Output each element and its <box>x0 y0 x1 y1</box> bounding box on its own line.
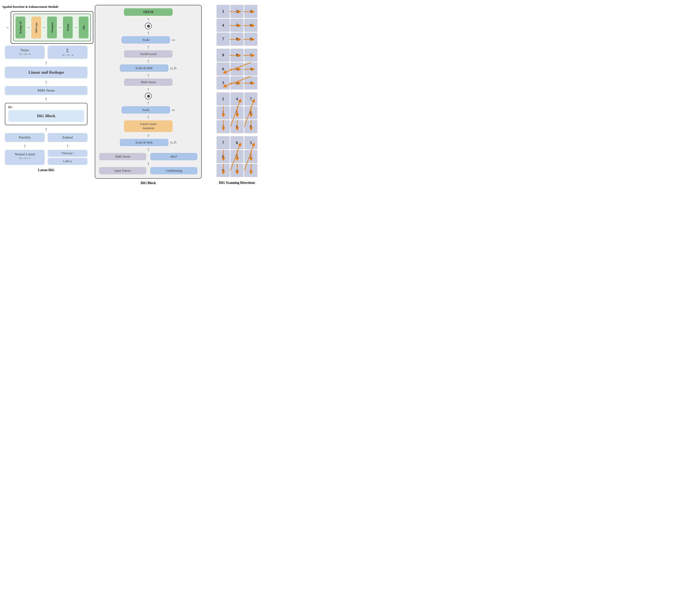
scan-grid-2-wrapper: 9 8 7 6 5 4 3 2 1 <box>216 49 257 90</box>
arrow-up-noised: ↑ <box>24 143 26 148</box>
srem-flatten: Flatten <box>63 16 73 38</box>
patchify-box: Patchify <box>5 133 45 142</box>
srem-top-box: SREM <box>124 8 173 16</box>
input-cond-row: Input Tokens Conditioning <box>99 167 197 174</box>
label-y-box: Label y <box>48 158 88 165</box>
arrow-in: → <box>5 25 9 30</box>
cell3-1-3: 7 <box>244 92 257 105</box>
scan-grid-2: 9 8 7 6 5 4 3 2 1 <box>216 49 257 90</box>
cell4-1-1: 7 <box>216 136 230 149</box>
cell3-3-3: 9 <box>244 120 257 133</box>
dig-block-detail: SREM ↑ ⊕ ↑ Scale α₂ ↑ Feedforward ↑ Scal… <box>95 5 202 179</box>
cell3-3-1: 3 <box>216 120 230 133</box>
arrow-up-patchify: ↑ <box>45 127 48 132</box>
cell4-3-1: 9 <box>216 164 230 177</box>
noised-timestep-row: Noised Latent 32 × 32 × 4 Timestep t Lab… <box>5 150 88 165</box>
cell2-3-3: 1 <box>244 76 257 90</box>
circle-plus-top: ⊕ <box>145 23 152 29</box>
scale-top-box: Scale <box>121 36 170 43</box>
embed-box: Embed <box>48 133 88 142</box>
cell2-2-1: 6 <box>216 63 230 76</box>
cell4-2-3: 2 <box>244 150 257 163</box>
srem-reshape2d: Reshape 2D <box>15 16 25 38</box>
cell2-1-3: 7 <box>244 49 257 62</box>
srem-flip: Flip <box>79 16 89 38</box>
m-arrow10: ↑ <box>147 147 149 152</box>
m-arrow4: ↑ <box>147 58 149 64</box>
rms-norm-bot: RMS Norm <box>99 153 146 160</box>
input-tokens-box: Input Tokens <box>99 167 146 174</box>
rms-norm-box: RMS Norm <box>5 86 88 95</box>
cell3-1-1: 1 <box>216 92 230 105</box>
middle-panel: SREM ↑ ⊕ ↑ Scale α₂ ↑ Feedforward ↑ Scal… <box>92 5 204 185</box>
cell3-2-1: 2 <box>216 106 230 119</box>
scan-grid-4-wrapper: 7 6 3 8 5 2 9 4 1 <box>216 136 257 177</box>
scale-shift-top-box: Scale & Shift <box>120 64 169 72</box>
feedforward-box: Feedforward <box>124 50 173 57</box>
cell4-2-2: 5 <box>230 150 243 163</box>
srem-dwconv: DW Conv <box>31 16 41 38</box>
scale-shift-top-row: Scale & Shift γ₂, β₂ <box>99 64 197 72</box>
circle-plus-bot: ⊕ <box>145 93 152 100</box>
dig-block-box: DiG Block <box>8 110 84 122</box>
m-arrow11: ↑ <box>147 161 149 166</box>
right-panel-label: DiG Scanning Directions <box>219 181 255 185</box>
left-panel: Spatial Reorient & Enhancement Module → … <box>2 5 90 185</box>
cell-2-1: 4 <box>216 19 230 32</box>
m-arrow2: ↑ <box>147 30 149 35</box>
gamma1-beta1-label: γ₁, β₁ <box>170 141 177 144</box>
cell2-2-2: 5 <box>230 63 243 76</box>
cell-3-3: 9 <box>244 32 257 46</box>
scale-bot-row: Scale α₁ <box>99 106 197 114</box>
noise-box: Noise 32 × 32 × 4 <box>5 46 45 59</box>
arrow-up-embed: ↑ <box>66 143 69 148</box>
cell-3-2: 8 <box>230 32 243 46</box>
rms-norm-top: RMS Norm <box>124 79 173 86</box>
scale-shift-bot-row: Scale & Shift γ₁, β₁ <box>99 139 197 146</box>
m-arrow3: ↑ <box>147 44 149 49</box>
nx-label: N× <box>8 105 84 109</box>
m-arrow9: ↑ <box>147 133 149 138</box>
arrows-noised-row: ↑ ↑ <box>5 143 88 148</box>
cell3-2-3: 8 <box>244 106 257 119</box>
cell3-3-2: 6 <box>230 120 243 133</box>
m-arrow1: ↑ <box>147 17 149 22</box>
cell4-3-2: 4 <box>230 164 243 177</box>
cell2-2-3: 4 <box>244 63 257 76</box>
panel-title: Spatial Reorient & Enhancement Module <box>2 5 58 9</box>
cell4-2-1: 8 <box>216 150 230 163</box>
scale-shift-bot-box: Scale & Shift <box>120 139 169 146</box>
linear-reshape-box: Linear and Reshape <box>5 67 88 78</box>
noised-latent-box: Noised Latent 32 × 32 × 4 <box>5 150 45 165</box>
dig-block-outer: N× DiG Block <box>5 103 88 125</box>
cell-1-3: 3 <box>244 5 257 18</box>
sigma-box: Σ 32 × 32 × 4 <box>48 46 88 59</box>
gamma2-beta2-label: γ₂, β₂ <box>170 66 177 70</box>
cell-3-1: 7 <box>216 32 230 46</box>
cell3-2-2: 5 <box>230 106 243 119</box>
scan-grid-1-wrapper: 1 2 3 4 5 6 7 8 9 <box>216 5 257 46</box>
patchify-embed-row: Patchify Embed <box>5 133 88 142</box>
scale-bot-box: Scale <box>121 106 170 114</box>
plus-bot-row: ⊕ <box>99 93 197 100</box>
srem-inner: Reshape 2D → DW Conv → Transpose → Flatt… <box>13 14 91 41</box>
cell2-1-2: 8 <box>230 49 243 62</box>
cell2-3-1: 3 <box>216 76 230 90</box>
cell-1-1: 1 <box>216 5 230 18</box>
rms-mlp-row: RMS Norm MLP <box>99 153 197 160</box>
conditioning-box: Conditioning <box>150 167 197 174</box>
timestep-box: Timestep t <box>48 150 88 157</box>
m-arrow6: ↑ <box>147 87 149 92</box>
arrow-up-rms: ↑ <box>45 80 48 84</box>
alpha2-label: α₂ <box>172 38 175 42</box>
right-panel: 1 2 3 4 5 6 7 8 9 <box>207 5 267 185</box>
cell2-3-2: 2 <box>230 76 243 90</box>
arrow-up-linear: ↑ <box>45 60 48 65</box>
cell-1-2: 2 <box>230 5 243 18</box>
arrow-up-dig: ↑ <box>45 96 48 101</box>
scale-top-row: Scale α₂ <box>99 36 197 43</box>
cell4-1-3: 3 <box>244 136 257 149</box>
alpha1-label: α₁ <box>172 108 175 112</box>
cell3-1-2: 4 <box>230 92 243 105</box>
cell4-3-3: 1 <box>244 164 257 177</box>
